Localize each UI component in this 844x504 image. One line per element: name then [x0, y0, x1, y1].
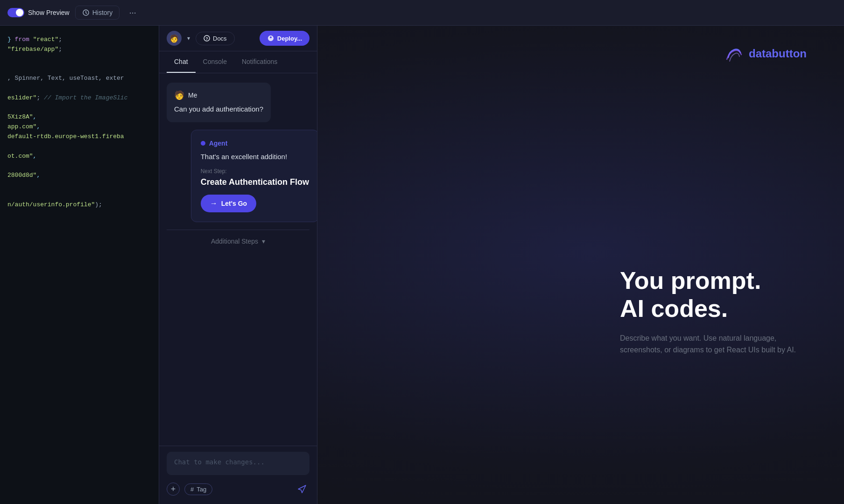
docs-label: Docs — [213, 35, 227, 42]
docs-button[interactable]: ? Docs — [196, 32, 235, 45]
more-options-button[interactable]: ··· — [125, 5, 140, 20]
svg-text:?: ? — [205, 36, 208, 41]
additional-steps-label: Additional Steps — [211, 238, 258, 245]
tab-console[interactable]: Console — [196, 51, 234, 73]
arrow-icon: → — [210, 199, 218, 208]
logo-icon — [724, 44, 743, 63]
databutton-logo: databutton — [724, 44, 807, 63]
tag-button[interactable]: # Tag — [184, 483, 212, 495]
history-icon — [82, 9, 90, 16]
chat-topbar: 🧑 ▾ ? Docs Deploy... — [159, 26, 317, 51]
chat-panel: 🧑 ▾ ? Docs Deploy... Chat Console Notifi… — [159, 26, 317, 504]
code-line: app.com", — [7, 122, 151, 132]
chat-input-area: + # Tag — [159, 446, 317, 504]
code-line: , Spinner, Text, useToast, exter — [7, 74, 151, 84]
code-line — [7, 55, 151, 64]
code-line: } from "react"; — [7, 35, 151, 45]
code-line: default-rtdb.europe-west1.fireba — [7, 132, 151, 142]
marketing-headline: You prompt. AI codes. — [620, 267, 807, 323]
next-step-label: Next Step: — [201, 168, 309, 175]
tab-chat[interactable]: Chat — [167, 51, 196, 73]
toggle-switch[interactable] — [7, 8, 24, 17]
avatar-emoji: 🧑 — [169, 34, 179, 43]
code-line: "firebase/app"; — [7, 45, 151, 55]
show-preview-label: Show Preview — [28, 9, 70, 16]
chat-tabs: Chat Console Notifications — [159, 51, 317, 73]
deploy-label: Deploy... — [277, 35, 302, 42]
docs-icon: ? — [204, 35, 210, 42]
user-avatar: 🧑 — [174, 90, 184, 100]
agent-header: Agent — [201, 140, 309, 147]
code-line — [7, 142, 151, 152]
add-button[interactable]: + — [167, 483, 180, 496]
message-author: Me — [188, 91, 197, 99]
headline-line2: AI codes. — [620, 295, 728, 322]
chevron-down-icon: ▾ — [262, 238, 265, 245]
send-icon — [297, 484, 307, 494]
toolbar: Show Preview History ··· — [0, 0, 844, 26]
avatar-button[interactable]: 🧑 — [167, 31, 182, 46]
code-line — [7, 181, 151, 190]
code-line — [7, 103, 151, 113]
deploy-button[interactable]: Deploy... — [260, 31, 309, 46]
send-button[interactable] — [295, 482, 309, 497]
marketing-panel: databutton You prompt. AI codes. Describ… — [317, 26, 844, 504]
more-icon: ··· — [129, 8, 136, 18]
code-line: eslider"; // Import the ImageSlic — [7, 93, 151, 103]
code-line — [7, 161, 151, 171]
code-line — [7, 190, 151, 200]
code-line — [7, 64, 151, 74]
code-line: 5Xiz8A", — [7, 112, 151, 122]
tag-label: Tag — [197, 486, 206, 493]
chat-input[interactable] — [167, 452, 309, 475]
tab-notifications[interactable]: Notifications — [234, 51, 285, 73]
chevron-down-icon[interactable]: ▾ — [187, 35, 190, 42]
history-label: History — [92, 9, 113, 16]
additional-steps-button[interactable]: Additional Steps ▾ — [167, 230, 309, 252]
message-header: 🧑 Me — [174, 90, 263, 100]
agent-text: That's an excellent addition! — [201, 153, 309, 161]
user-message: 🧑 Me Can you add authentication? — [167, 83, 271, 122]
code-line — [7, 84, 151, 93]
history-button[interactable]: History — [75, 6, 120, 20]
user-message-text: Can you add authentication? — [174, 104, 263, 115]
next-step-title: Create Authentication Flow — [201, 177, 309, 187]
code-line: 2800d8d", — [7, 171, 151, 181]
marketing-subheadline: Describe what you want. Use natural lang… — [620, 332, 807, 356]
agent-label: Agent — [209, 140, 228, 147]
chat-messages: 🧑 Me Can you add authentication? Agent T… — [159, 73, 317, 446]
input-actions: + # Tag — [167, 482, 309, 497]
logo-text: databutton — [749, 47, 807, 60]
lets-go-button[interactable]: → Let's Go — [201, 195, 256, 212]
code-editor-panel: } from "react"; "firebase/app"; , Spinne… — [0, 26, 159, 504]
lets-go-label: Let's Go — [221, 200, 247, 207]
code-line: n/auth/userinfo.profile"); — [7, 200, 151, 210]
hash-icon: # — [190, 486, 194, 493]
headline-block: You prompt. AI codes. Describe what you … — [620, 211, 807, 356]
agent-message: Agent That's an excellent addition! Next… — [191, 130, 317, 222]
headline-line1: You prompt. — [620, 267, 761, 294]
show-preview-toggle[interactable]: Show Preview — [7, 8, 70, 17]
code-line: ot.com", — [7, 152, 151, 161]
agent-dot-icon — [201, 141, 205, 146]
deploy-icon — [267, 35, 274, 42]
